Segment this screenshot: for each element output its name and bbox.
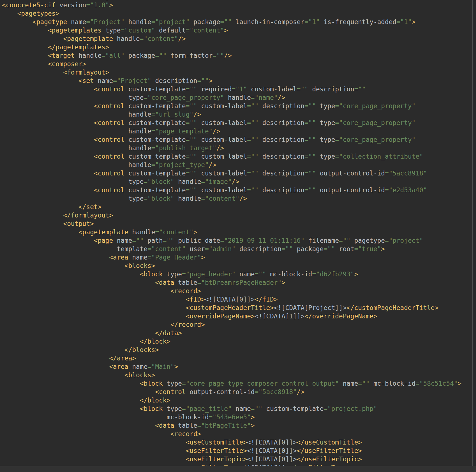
code-line: <area name="Page Header">	[2, 253, 472, 262]
code-line: <useFilterTag><![CDATA[0]]></useFilterTa…	[2, 463, 472, 466]
code-line: </record>	[2, 320, 472, 329]
code-line: handle="page_template"/>	[2, 127, 472, 135]
code-line: <record>	[2, 287, 472, 295]
code-line: <control custom-template="" custom-label…	[2, 186, 472, 194]
code-line: <useFilterTitle><![CDATA[0]]></useFilter…	[2, 446, 472, 455]
code-line: <fID><![CDATA[0]]></fID>	[2, 295, 472, 304]
code-line: <pagetype name="Project" handle="project…	[2, 18, 472, 26]
code-line: <concrete5-cif version="1.0">	[2, 1, 472, 9]
code-line: <control custom-template="" custom-label…	[2, 169, 472, 177]
scrollbar-track[interactable]	[472, 0, 476, 466]
code-line: <block type="core_page_type_composer_con…	[2, 379, 472, 388]
code-line: <composer>	[2, 60, 472, 68]
code-line: <block type="page_header" name="" mc-blo…	[2, 270, 472, 278]
code-line: <control custom-template="" custom-label…	[2, 152, 472, 161]
code-line: mc-block-id="543e6ee5">	[2, 413, 472, 421]
code-line: <pagetemplates type="custom" default="co…	[2, 26, 472, 34]
status-bar	[0, 466, 476, 472]
code-line: template="content" user="admin" descript…	[2, 245, 472, 253]
code-line: <control custom-template="" custom-label…	[2, 135, 472, 144]
code-line: handle="project_type"/>	[2, 161, 472, 169]
code-line: <block type="page_title" name="" custom-…	[2, 404, 472, 413]
code-line: <useCustomTitle><![CDATA[0]]></useCustom…	[2, 438, 472, 446]
code-line: </data>	[2, 329, 472, 337]
code-line: <control custom-template="" custom-label…	[2, 102, 472, 110]
code-line: </block>	[2, 337, 472, 346]
code-line: type="block" handle="image"/>	[2, 177, 472, 186]
code-line: </blocks>	[2, 346, 472, 354]
code-line: </formlayout>	[2, 211, 472, 219]
code-line: <useFilterTopic><![CDATA[0]]></useFilter…	[2, 455, 472, 463]
code-line: <area name="Main">	[2, 362, 472, 371]
code-line: type="core_page_property" handle="name"/…	[2, 93, 472, 102]
code-line: <pagetemplate handle="content">	[2, 228, 472, 236]
code-line: <set name="Project" description="">	[2, 77, 472, 85]
code-line: handle="publish_target"/>	[2, 144, 472, 152]
code-line: <pagetypes>	[2, 9, 472, 18]
code-line: <control custom-template="" custom-label…	[2, 119, 472, 127]
code-line: <pagetemplate handle="content"/>	[2, 34, 472, 43]
code-line: <control output-control-id="5acc8918"/>	[2, 388, 472, 396]
code-line: <data table="btDreamrsPageHeader">	[2, 278, 472, 287]
code-line: </pagetemplates>	[2, 43, 472, 51]
code-line: </block>	[2, 396, 472, 404]
code-line: </area>	[2, 354, 472, 362]
code-line: <record>	[2, 430, 472, 438]
code-line: type="block" handle="content"/>	[2, 194, 472, 203]
code-editor[interactable]: <?xml version="1.0" encoding="UTF-8"?><c…	[0, 0, 472, 466]
code-line: <data table="btPageTitle">	[2, 421, 472, 430]
code-line: <customPageHeaderTitle><![CDATA[Project]…	[2, 304, 472, 312]
code-line: <overridePageName><![CDATA[1]]></overrid…	[2, 312, 472, 320]
code-line: </set>	[2, 203, 472, 211]
xml-editor-window: <?xml version="1.0" encoding="UTF-8"?><c…	[0, 0, 476, 472]
code-line: <page name="" path="" public-date="2019-…	[2, 236, 472, 245]
code-line: <target handle="all" package="" form-fac…	[2, 51, 472, 60]
code-lines: <?xml version="1.0" encoding="UTF-8"?><c…	[0, 0, 472, 466]
code-line: <control custom-template="" required="1"…	[2, 85, 472, 93]
code-line: handle="url_slug"/>	[2, 110, 472, 119]
code-line: <output>	[2, 219, 472, 228]
code-line: <blocks>	[2, 371, 472, 379]
code-line: <formlayout>	[2, 68, 472, 77]
code-line: <blocks>	[2, 262, 472, 270]
